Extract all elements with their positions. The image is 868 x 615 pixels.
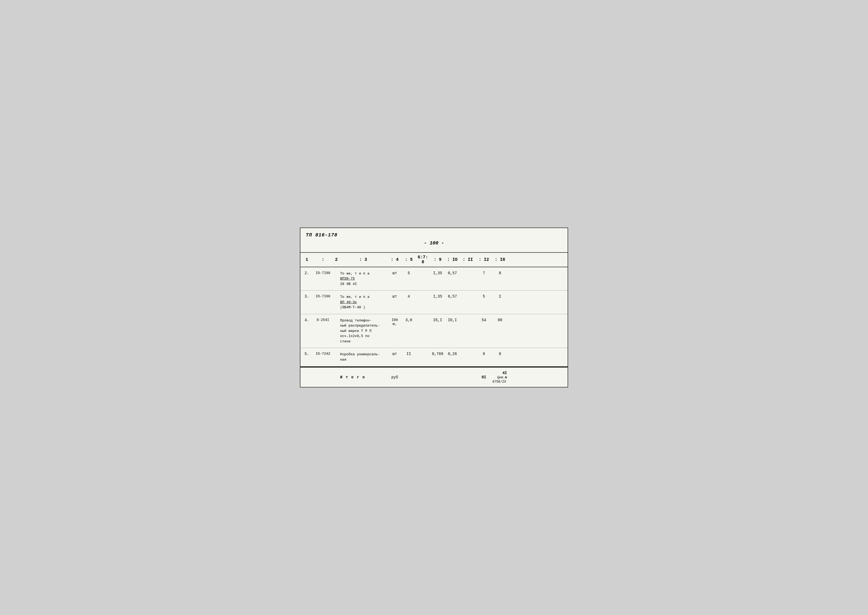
row5-col12: 8 [476,352,492,356]
row2-num: 2. [301,271,312,275]
row2-desc: То же, т и п а ВПЗ0-75 28 9В 4I [339,271,387,287]
row4-desc4: осч.Ix2x0,5 по [340,334,386,339]
row3-desc1: То же, т и п а [340,294,386,300]
row4-col9: Iб,I [430,318,445,322]
table-row: 3. IO-7I80 То же, т и п а ВП 40-Зк (9В4М… [301,290,567,314]
row4-desc3: ный марки Т Р П [340,328,386,334]
col-header-3: : 3 [339,258,387,262]
row2-desc1: То же, т и п а [340,271,386,276]
total-unit: руб [387,375,402,379]
total-col12: 8I [476,375,492,379]
col-header-9: : 9 [430,258,445,262]
row2-unit: шт [387,271,402,275]
row5-col9: 0,769 [430,352,445,356]
row5-desc1: Коробка универсаль- [340,352,386,357]
row2-col9: I,35 [430,271,445,275]
row4-qty: 3,0 [402,318,416,322]
col-sep-1: : [312,258,333,262]
row3-col13: 2 [492,294,508,299]
stamp-text: Цнв.№ 6756/IX [492,375,508,385]
col-sep-2: : [360,258,365,262]
row4-code: 8-254I [312,318,333,322]
total-row: И т о г о руб 8I 4I Цнв.№ 6756/IX [301,367,567,387]
doc-title: ТП 816-178 [306,233,562,238]
total-col13: 4I Цнв.№ 6756/IX [492,371,508,384]
row3-desc: То же, т и п а ВП 40-Зк (9В4М-Т-40 ) [339,294,387,310]
row4-desc1: Провод телефон- [340,318,386,323]
row5-desc: Коробка универсаль- ная [339,352,387,362]
row2-code: IO-7I80 [312,271,333,275]
row5-col13: 8 [492,352,508,356]
row2-desc2: ВПЗ0-75 [340,276,386,281]
table-row: 2. IO-7I80 То же, т и п а ВПЗ0-75 28 9В … [301,267,567,291]
row5-col10: 0,26 [445,352,460,356]
row2-qty: 5 [402,271,416,275]
page: ТП 816-178 - 100 - 1 : 2 : 3 : 4 : 5 6:7… [300,228,568,388]
row4-col13: 80 [492,318,508,322]
row4-col12: 54 [476,318,492,322]
row4-desc: Провод телефон- ный распределитель- ный … [339,318,387,344]
row5-desc2: ная [340,357,386,362]
row3-col9: I,35 [430,294,445,299]
table-row: 4. 8-254I Провод телефон- ный распредели… [301,314,567,348]
row5-code: IO-7242 [312,352,333,356]
column-headers: 1 : 2 : 3 : 4 : 5 6:7: 8 : 9 : IO : II :… [301,253,567,267]
col-header-678: 6:7: 8 [416,255,430,265]
row3-col12: 5 [476,294,492,299]
col-header-13: : I8 [492,258,508,262]
row3-desc3: (9В4М-Т-40 ) [340,305,386,310]
row2-col12: 7 [476,271,492,275]
row4-desc2: ный распределитель- [340,323,386,328]
row4-num: 4. [301,318,312,322]
row3-qty: 4 [402,294,416,299]
row3-code: IO-7I80 [312,294,333,298]
row3-col10: 0,57 [445,294,460,299]
row5-qty: II [402,352,416,356]
col-header-1: 1 [301,258,312,262]
row4-desc5: стене [340,339,386,344]
row4-unit: I00 м, [387,318,402,326]
row3-unit: шт [387,294,402,299]
col-header-10: : IO [445,258,460,262]
row3-num: 3. [301,294,312,299]
col-header-11: : II [460,258,476,262]
col-header-5: : 5 [402,258,416,262]
center-title: - 100 - [306,238,562,250]
row5-unit: шт [387,352,402,356]
row2-col10: 0,57 [445,271,460,275]
row2-desc3: 28 9В 4I [340,281,386,287]
row4-col10: IO,I [445,318,460,322]
table-row: 5. IO-7242 Коробка универсаль- ная шт II… [301,348,567,367]
col-header-12: : I2 [476,258,492,262]
row3-desc2: ВП 40-Зк [340,300,386,305]
header-section: ТП 816-178 - 100 - [301,228,567,253]
data-rows: 2. IO-7I80 То же, т и п а ВПЗ0-75 28 9В … [301,267,567,367]
row5-num: 5. [301,352,312,356]
total-label: И т о г о [339,375,387,379]
col-header-4: : 4 [387,258,402,262]
col-header-2: 2 [333,258,339,262]
row2-col13: 8 [492,271,508,275]
